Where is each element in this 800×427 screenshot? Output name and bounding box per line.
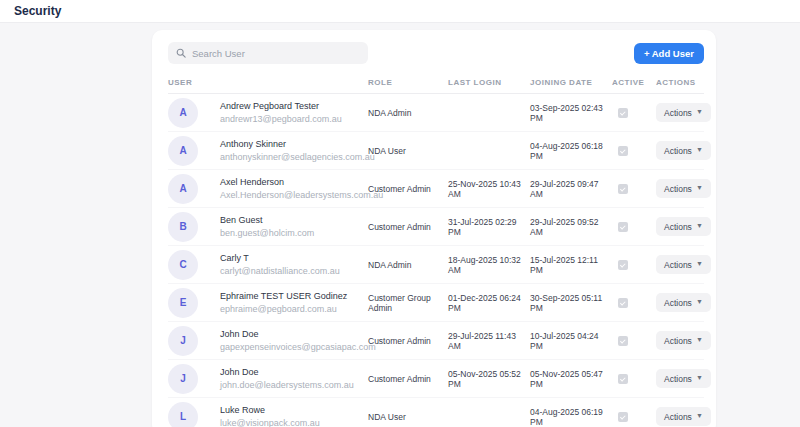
last-login-cell: 31-Jul-2025 02:29 PM <box>448 217 530 237</box>
actions-cell: Actions ▼ <box>656 293 704 312</box>
role-cell: NDA Admin <box>368 108 448 118</box>
actions-button[interactable]: Actions ▼ <box>656 331 711 350</box>
joining-date-cell: 03-Sep-2025 02:43 PM <box>530 103 612 123</box>
user-name: Ephraime TEST USER Godinez <box>220 291 347 301</box>
last-login-cell: 01-Dec-2025 06:24 PM <box>448 293 530 313</box>
last-login-cell: 29-Jul-2025 11:43 AM <box>448 331 530 351</box>
joining-date-cell: 15-Jul-2025 12:11 PM <box>530 255 612 275</box>
user-name: Luke Rowe <box>220 405 320 415</box>
actions-button[interactable]: Actions ▼ <box>656 369 711 388</box>
joining-date-cell: 29-Jul-2025 09:52 AM <box>530 217 612 237</box>
user-email: carlyt@natdistalliance.com.au <box>220 266 340 276</box>
active-cell <box>612 373 656 385</box>
table-row: J John Doe john.doe@leadersystems.com.au… <box>168 360 704 398</box>
column-header-role: ROLE <box>368 78 448 87</box>
active-cell <box>612 221 656 233</box>
avatar: A <box>168 98 198 128</box>
user-cell: B Ben Guest ben.guest@holcim.com <box>168 212 368 242</box>
user-cell: A Anthony Skinner anthonyskinner@sedlage… <box>168 136 368 166</box>
user-name: Andrew Pegboard Tester <box>220 101 342 111</box>
chevron-down-icon: ▼ <box>696 412 703 419</box>
table-header-row: USERROLELAST LOGINJOINING DATEACTIVEACTI… <box>168 80 704 94</box>
joining-date-cell: 04-Aug-2025 06:18 PM <box>530 141 612 161</box>
column-header-last: LAST LOGIN <box>448 78 530 87</box>
table-row: J John Doe gapexpenseinvoices@gpcasiapac… <box>168 322 704 360</box>
joining-date-cell: 05-Nov-2025 05:47 PM <box>530 369 612 389</box>
joining-date-cell: 10-Jul-2025 04:24 PM <box>530 331 612 351</box>
role-cell: Customer Admin <box>368 184 448 194</box>
table-row: C Carly T carlyt@natdistalliance.com.au … <box>168 246 704 284</box>
avatar: C <box>168 250 198 280</box>
user-email: anthonyskinner@sedlagencies.com.au <box>220 152 375 162</box>
actions-cell: Actions ▼ <box>656 141 704 160</box>
user-table-body: A Andrew Pegboard Tester andrewr13@pegbo… <box>168 94 704 427</box>
avatar: B <box>168 212 198 242</box>
column-header-actions: ACTIONS <box>656 78 704 87</box>
chevron-down-icon: ▼ <box>696 184 703 191</box>
active-checkbox[interactable] <box>618 336 628 346</box>
actions-button[interactable]: Actions ▼ <box>656 141 711 160</box>
search-box[interactable] <box>168 42 368 64</box>
search-icon <box>176 48 186 58</box>
user-email: Axel.Henderson@leadersystems.com.au <box>220 190 383 200</box>
actions-button[interactable]: Actions ▼ <box>656 293 711 312</box>
actions-cell: Actions ▼ <box>656 369 704 388</box>
chevron-down-icon: ▼ <box>696 108 703 115</box>
user-cell: L Luke Rowe luke@visionpack.com.au <box>168 402 368 427</box>
active-checkbox[interactable] <box>618 108 628 118</box>
chevron-down-icon: ▼ <box>696 374 703 381</box>
active-checkbox[interactable] <box>618 374 628 384</box>
page-title: Security <box>14 4 61 18</box>
role-cell: Customer Admin <box>368 222 448 232</box>
active-cell <box>612 297 656 309</box>
user-email: ephraime@pegboard.com.au <box>220 304 347 314</box>
user-email: ben.guest@holcim.com <box>220 228 314 238</box>
avatar: E <box>168 288 198 318</box>
actions-button[interactable]: Actions ▼ <box>656 407 711 426</box>
active-checkbox[interactable] <box>618 222 628 232</box>
avatar: J <box>168 364 198 394</box>
actions-button[interactable]: Actions ▼ <box>656 217 711 236</box>
active-cell <box>612 335 656 347</box>
active-checkbox[interactable] <box>618 260 628 270</box>
role-cell: NDA User <box>368 146 448 156</box>
table-row: A Anthony Skinner anthonyskinner@sedlage… <box>168 132 704 170</box>
joining-date-cell: 04-Aug-2025 06:19 PM <box>530 407 612 427</box>
avatar: L <box>168 402 198 427</box>
avatar: A <box>168 136 198 166</box>
user-name: Axel Henderson <box>220 177 383 187</box>
search-input[interactable] <box>192 48 360 59</box>
role-cell: NDA Admin <box>368 260 448 270</box>
user-cell: J John Doe gapexpenseinvoices@gpcasiapac… <box>168 326 368 356</box>
role-cell: Customer Admin <box>368 336 448 346</box>
avatar: A <box>168 174 198 204</box>
user-email: gapexpenseinvoices@gpcasiapac.com <box>220 342 376 352</box>
user-email: luke@visionpack.com.au <box>220 418 320 427</box>
table-row: B Ben Guest ben.guest@holcim.com Custome… <box>168 208 704 246</box>
user-email: john.doe@leadersystems.com.au <box>220 380 354 390</box>
actions-button[interactable]: Actions ▼ <box>656 255 711 274</box>
table-row: E Ephraime TEST USER Godinez ephraime@pe… <box>168 284 704 322</box>
active-checkbox[interactable] <box>618 412 628 422</box>
actions-cell: Actions ▼ <box>656 179 704 198</box>
actions-button[interactable]: Actions ▼ <box>656 103 711 122</box>
user-name: Ben Guest <box>220 215 314 225</box>
table-row: A Andrew Pegboard Tester andrewr13@pegbo… <box>168 94 704 132</box>
active-checkbox[interactable] <box>618 146 628 156</box>
role-cell: Customer Group Admin <box>368 293 448 313</box>
table-row: A Axel Henderson Axel.Henderson@leadersy… <box>168 170 704 208</box>
user-name: John Doe <box>220 329 376 339</box>
chevron-down-icon: ▼ <box>696 298 703 305</box>
joining-date-cell: 30-Sep-2025 05:11 PM <box>530 293 612 313</box>
add-user-button[interactable]: + Add User <box>634 43 704 64</box>
column-header-join: JOINING DATE <box>530 78 612 87</box>
active-checkbox[interactable] <box>618 298 628 308</box>
user-name: John Doe <box>220 367 354 377</box>
column-header-user: USER <box>168 78 368 87</box>
active-checkbox[interactable] <box>618 184 628 194</box>
chevron-down-icon: ▼ <box>696 222 703 229</box>
actions-button[interactable]: Actions ▼ <box>656 179 711 198</box>
user-cell: A Andrew Pegboard Tester andrewr13@pegbo… <box>168 98 368 128</box>
actions-cell: Actions ▼ <box>656 103 704 122</box>
joining-date-cell: 29-Jul-2025 09:47 AM <box>530 179 612 199</box>
